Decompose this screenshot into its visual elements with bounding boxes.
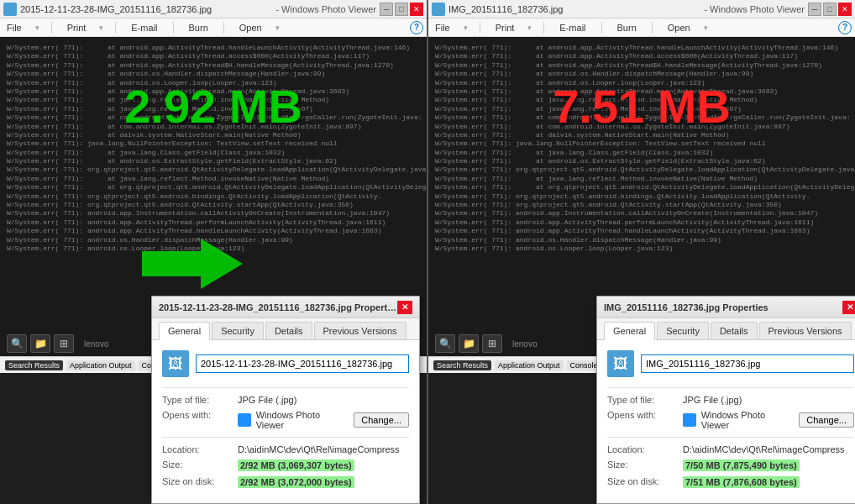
right-minimize-btn[interactable]: ─ (808, 3, 821, 16)
right-props-title-text: IMG_20151116_182736.jpg Properties (604, 302, 842, 312)
right-props-location-value: D:\aidinMC\dev\Qt\Rel\imageCompress (683, 444, 845, 454)
left-menu-open[interactable]: Open (236, 21, 265, 34)
right-app-name: - Windows Photo Viewer (704, 4, 805, 14)
left-app-output-tab[interactable]: Application Output (66, 360, 135, 370)
right-menu-sep3 (601, 22, 602, 34)
left-menu-sep2 (115, 22, 116, 34)
left-taskbar-btn2[interactable]: 📁 (30, 334, 50, 353)
left-title-bar: 2015-12-11-23-28-IMG_20151116_182736.jpg… (0, 0, 427, 18)
right-tab-prev-versions[interactable]: Previous Versions (759, 322, 852, 339)
left-help-btn[interactable]: ? (410, 21, 423, 34)
main-container: 2015-12-11-23-28-IMG_20151116_182736.jpg… (0, 0, 855, 504)
right-menu-open[interactable]: Open (664, 21, 694, 34)
right-props-divider1 (607, 387, 854, 388)
right-props-filename-input[interactable] (641, 354, 854, 373)
right-taskbar-btn3[interactable]: ⊞ (482, 334, 502, 353)
right-properties-dialog: IMG_20151116_182736.jpg Properties ✕ Gen… (596, 296, 855, 504)
right-menu-file[interactable]: File (432, 21, 454, 34)
right-menu-email[interactable]: E-mail (556, 21, 589, 34)
right-opens-with-text: Windows Photo Viewer (701, 410, 795, 430)
right-tab-security[interactable]: Security (657, 322, 709, 339)
right-help-btn[interactable]: ? (838, 21, 852, 34)
left-props-size-value: 2/92 MB (3,069,307 bytes) (238, 459, 354, 471)
right-props-location-row: Location: D:\aidinMC\dev\Qt\Rel\imageCom… (607, 444, 854, 454)
right-maximize-btn[interactable]: □ (823, 3, 837, 16)
left-props-file-icon: 🖼 (162, 350, 189, 377)
left-props-disk-value: 2/92 MB (3,072,000 bytes) (238, 476, 354, 488)
left-props-close-btn[interactable]: ✕ (397, 301, 412, 314)
left-maximize-btn[interactable]: □ (395, 3, 408, 16)
right-photo-bg: W/System.err( 771): at android.app.Activ… (428, 37, 855, 331)
left-change-btn[interactable]: Change... (354, 412, 409, 428)
left-props-location-label: Location: (162, 444, 238, 454)
right-props-opens-value: Windows Photo Viewer Change... (683, 410, 854, 430)
left-menu-bar: File ▾ Print ▾ E-mail Burn Open ▾ ? (0, 18, 427, 37)
left-props-tabs: General Security Details Previous Versio… (152, 318, 419, 340)
right-tab-details[interactable]: Details (711, 322, 758, 339)
left-menu-burn[interactable]: Burn (186, 21, 212, 34)
left-menu-sep4 (223, 22, 224, 34)
right-brand-text: lenovo (512, 339, 537, 349)
left-taskbar-btn3[interactable]: ⊞ (54, 334, 74, 353)
right-taskbar-btn2[interactable]: 📁 (459, 334, 479, 353)
right-props-type-row: Type of file: JPG File (.jpg) (607, 395, 854, 405)
right-props-header: 🖼 (607, 350, 854, 377)
left-props-disk-row: Size on disk: 2/92 MB (3,072,000 bytes) (162, 476, 409, 488)
left-props-type-label: Type of file: (162, 395, 238, 405)
right-props-close-btn[interactable]: ✕ (842, 301, 855, 314)
left-search-results-tab[interactable]: Search Results (5, 360, 63, 370)
right-change-btn[interactable]: Change... (799, 412, 854, 428)
right-window-title: IMG_20151116_182736.jpg (448, 4, 704, 14)
right-search-results-tab[interactable]: Search Results (433, 360, 491, 370)
left-props-location-value: D:\aidinMC\dev\Qt\Rel\imageCompress (238, 444, 400, 454)
left-props-opens-row: Opens with: Windows Photo Viewer Change.… (162, 410, 409, 430)
left-tab-details[interactable]: Details (265, 322, 312, 339)
left-window-title: 2015-12-11-23-28-IMG_20151116_182736.jpg (20, 4, 275, 14)
left-menu-print[interactable]: Print (64, 21, 90, 34)
right-props-location-label: Location: (607, 444, 683, 454)
right-menu-burn[interactable]: Burn (614, 21, 640, 34)
right-close-btn[interactable]: ✕ (838, 3, 852, 16)
left-photo-area: W/System.err( 771): at android.app.Activ… (0, 37, 427, 331)
right-props-disk-highlight: 7/51 MB (7,876,608 bytes) (683, 476, 800, 488)
left-menu-file[interactable]: File (3, 21, 25, 34)
left-panel: 2015-12-11-23-28-IMG_20151116_182736.jpg… (0, 0, 427, 504)
left-close-btn[interactable]: ✕ (410, 3, 423, 16)
right-menu-bar: File ▾ Print ▾ E-mail Burn Open ▾ ? (428, 18, 855, 37)
right-props-size-value: 7/50 MB (7,875,490 bytes) (683, 459, 800, 471)
right-props-disk-value: 7/51 MB (7,876,608 bytes) (683, 476, 800, 488)
left-props-header: 🖼 (162, 350, 409, 377)
left-window-controls: ─ □ ✕ (380, 3, 423, 16)
right-panel: IMG_20151116_182736.jpg - Windows Photo … (428, 0, 855, 504)
left-tab-prev-versions[interactable]: Previous Versions (314, 322, 407, 339)
left-props-size-highlight: 2/92 MB (3,069,307 bytes) (238, 459, 354, 471)
right-search-btn[interactable]: 🔍 (435, 334, 455, 353)
left-props-opens-value: Windows Photo Viewer Change... (238, 410, 409, 430)
left-props-title-text: 2015-12-11-23-28-IMG_20151116_182736.jpg… (159, 302, 397, 312)
right-title-bar: IMG_20151116_182736.jpg - Windows Photo … (428, 0, 855, 18)
left-minimize-btn[interactable]: ─ (380, 3, 393, 16)
left-menu-email[interactable]: E-mail (128, 21, 160, 34)
left-app-icon (3, 3, 17, 16)
left-opens-with-icon (238, 413, 251, 427)
right-menu-sep1 (480, 22, 480, 34)
left-search-btn[interactable]: 🔍 (7, 334, 27, 353)
right-tab-general[interactable]: General (604, 322, 655, 340)
left-props-filename-input[interactable] (196, 354, 409, 373)
left-props-opens-label: Opens with: (162, 410, 238, 430)
left-props-disk-highlight: 2/92 MB (3,072,000 bytes) (238, 476, 354, 488)
right-props-title-bar: IMG_20151116_182736.jpg Properties ✕ (597, 297, 855, 318)
left-tab-general[interactable]: General (159, 322, 210, 340)
right-app-output-tab[interactable]: Application Output (495, 360, 564, 370)
left-properties-dialog: 2015-12-11-23-28-IMG_20151116_182736.jpg… (151, 296, 420, 504)
left-menu-sep1 (51, 22, 52, 34)
right-props-type-value: JPG File (.jpg) (683, 395, 742, 405)
right-menu-print[interactable]: Print (492, 21, 518, 34)
right-props-opens-label: Opens with: (607, 410, 683, 430)
right-props-tabs: General Security Details Previous Versio… (597, 318, 855, 340)
left-log-text: W/System.err( 771): at android.app.Activ… (0, 37, 427, 331)
left-props-type-value: JPG File (.jpg) (238, 395, 296, 405)
left-brand-text: lenovo (84, 339, 108, 349)
left-tab-security[interactable]: Security (212, 322, 264, 339)
left-opens-with-text: Windows Photo Viewer (256, 410, 349, 430)
